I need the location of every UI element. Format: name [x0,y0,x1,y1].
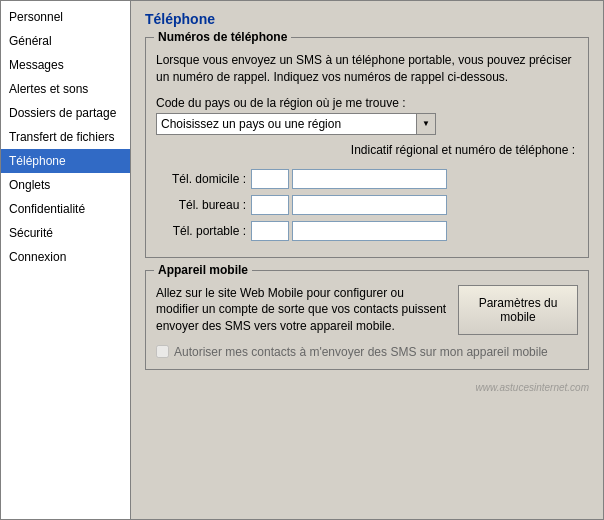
phone-row-domicile: Tél. domicile : [156,169,578,189]
mobile-description: Allez sur le site Web Mobile pour config… [156,285,448,335]
phone-description: Lorsque vous envoyez un SMS à un télépho… [156,52,578,86]
sidebar-item-confidentialité[interactable]: Confidentialité [1,197,130,221]
sidebar-item-transfert-de-fichiers[interactable]: Transfert de fichiers [1,125,130,149]
sidebar-item-sécurité[interactable]: Sécurité [1,221,130,245]
phone-input-domicile-area[interactable] [251,169,289,189]
phone-input-portable-number[interactable] [292,221,447,241]
phone-numbers-section: Numéros de téléphone Lorsque vous envoye… [145,37,589,258]
indicatif-row: Indicatif régional et numéro de téléphon… [156,143,578,161]
sidebar-item-connexion[interactable]: Connexion [1,245,130,269]
phone-section-legend: Numéros de téléphone [154,30,291,44]
phone-inputs-portable [251,221,447,241]
page-title: Téléphone [145,11,589,27]
indicatif-label: Indicatif régional et numéro de téléphon… [351,143,575,157]
mobile-settings-button[interactable]: Paramètres du mobile [458,285,578,335]
sidebar: PersonnelGénéralMessagesAlertes et sonsD… [1,1,131,519]
phone-input-bureau-number[interactable] [292,195,447,215]
phone-input-portable-area[interactable] [251,221,289,241]
country-field-row: Code du pays ou de la région où je me tr… [156,96,578,135]
phone-label-domicile: Tél. domicile : [156,172,251,186]
phone-row-bureau: Tél. bureau : [156,195,578,215]
phone-input-bureau-area[interactable] [251,195,289,215]
country-select[interactable]: Choisissez un pays ou une région [156,113,436,135]
phone-row-portable: Tél. portable : [156,221,578,241]
sidebar-item-téléphone[interactable]: Téléphone [1,149,130,173]
country-select-wrapper: Choisissez un pays ou une région [156,113,436,135]
mobile-checkbox-row: Autoriser mes contacts à m'envoyer des S… [156,345,578,359]
mobile-section-legend: Appareil mobile [154,263,252,277]
phone-inputs-domicile [251,169,447,189]
phone-table: Tél. domicile : Tél. bureau : [156,169,578,241]
country-label: Code du pays ou de la région où je me tr… [156,96,578,110]
sidebar-item-personnel[interactable]: Personnel [1,5,130,29]
sidebar-item-onglets[interactable]: Onglets [1,173,130,197]
mobile-sms-checkbox[interactable] [156,345,169,358]
mobile-section: Appareil mobile Allez sur le site Web Mo… [145,270,589,370]
sidebar-item-messages[interactable]: Messages [1,53,130,77]
phone-label-bureau: Tél. bureau : [156,198,251,212]
mobile-desc-row: Allez sur le site Web Mobile pour config… [156,285,578,335]
phone-label-portable: Tél. portable : [156,224,251,238]
sidebar-item-alertes-et-sons[interactable]: Alertes et sons [1,77,130,101]
watermark: www.astucesinternet.com [145,382,589,393]
sidebar-item-dossiers-de-partage[interactable]: Dossiers de partage [1,101,130,125]
phone-inputs-bureau [251,195,447,215]
main-content: Téléphone Numéros de téléphone Lorsque v… [131,1,603,519]
mobile-checkbox-label: Autoriser mes contacts à m'envoyer des S… [174,345,548,359]
sidebar-item-général[interactable]: Général [1,29,130,53]
phone-input-domicile-number[interactable] [292,169,447,189]
